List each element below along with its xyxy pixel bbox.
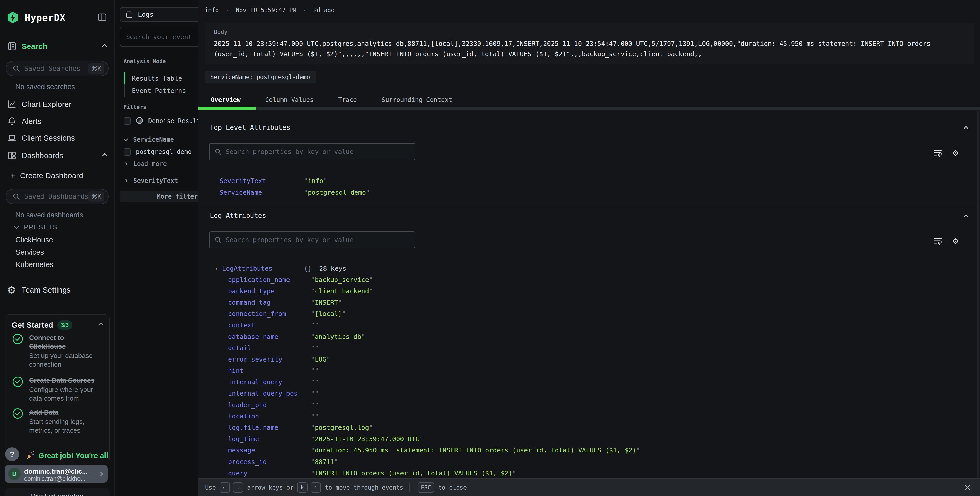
chevron-up-icon[interactable] — [102, 44, 107, 49]
attribute-row[interactable]: error_severity LOG — [199, 354, 980, 365]
attribute-key[interactable]: application_name — [228, 276, 290, 284]
sidebar-item-team-settings[interactable]: ⚙ Team Settings — [0, 284, 115, 296]
attribute-value[interactable]: 2025-11-10 23:59:47.000 UTC — [311, 435, 423, 443]
detail-tab[interactable]: Surrounding Context — [382, 96, 452, 104]
line-wrap-icon[interactable] — [933, 236, 942, 246]
denoise-checkbox[interactable] — [124, 117, 131, 124]
attribute-key[interactable]: hint — [228, 367, 243, 375]
attribute-value[interactable]: client backend — [311, 287, 373, 295]
create-dashboard-button[interactable]: + Create Dashboard — [0, 170, 115, 181]
attribute-key[interactable]: internal_query_pos — [228, 390, 298, 397]
body-log-text[interactable]: 2025-11-10 23:59:47.000 UTC,postgres,ana… — [214, 38, 966, 59]
attribute-key[interactable]: query — [228, 469, 247, 477]
attribute-row[interactable]: log.file.name postgresql.log — [199, 422, 980, 433]
attribute-value[interactable]: backup_service — [311, 276, 373, 284]
attribute-key[interactable]: context — [228, 321, 255, 329]
detail-tab[interactable]: Trace — [338, 96, 357, 104]
attribute-value[interactable] — [311, 413, 318, 420]
saved-searches-input[interactable]: Saved Searches ⌘K — [6, 61, 108, 76]
get-started-item[interactable]: Add Data Start sending logs, metrics, or… — [5, 408, 100, 435]
get-started-item[interactable]: Connect to ClickHouse Set up your databa… — [5, 333, 100, 369]
denoise-results-row[interactable]: Denoise Results — [124, 116, 204, 126]
sidebar-item-chart-explorer[interactable]: Chart Explorer — [0, 99, 115, 110]
log-attributes-root-row[interactable]: ▾ LogAttributes {} 28 keys — [199, 263, 980, 274]
sidebar-item-alerts[interactable]: Alerts — [0, 116, 115, 127]
attribute-row[interactable]: command_tag INSERT — [199, 297, 980, 308]
detail-tab[interactable]: Overview — [211, 96, 240, 104]
attribute-value[interactable]: analytics_db — [311, 333, 365, 340]
attribute-key[interactable]: internal_query — [228, 378, 282, 386]
attribute-row[interactable]: connection_from [local] — [199, 308, 980, 320]
help-button[interactable]: ? — [5, 447, 19, 461]
gear-icon[interactable]: ⚙ — [953, 235, 958, 246]
scrollbar[interactable] — [977, 111, 979, 478]
attribute-row[interactable]: internal_query_pos — [199, 388, 980, 399]
preset-dashboard-link[interactable]: Services — [16, 248, 44, 257]
analysis-mode-option[interactable]: Results Table — [124, 72, 182, 85]
preset-dashboard-link[interactable]: Kubernetes — [16, 260, 54, 269]
logo[interactable]: HyperDX — [6, 11, 65, 24]
attribute-value[interactable]: LOG — [311, 356, 330, 363]
attribute-key[interactable]: log_time — [228, 435, 259, 443]
tree-expander-icon[interactable]: ▾ — [215, 265, 218, 271]
attribute-row[interactable]: SeverityText info — [199, 175, 980, 187]
attribute-key[interactable]: ServiceName — [220, 189, 262, 196]
gear-icon[interactable]: ⚙ — [953, 147, 958, 158]
service-name-chip[interactable]: ServiceName: postgresql-demo — [205, 70, 316, 83]
attribute-key[interactable]: connection_from — [228, 310, 286, 317]
attribute-key[interactable]: leader_pid — [228, 401, 267, 409]
attribute-key[interactable]: error_severity — [228, 356, 282, 363]
attribute-value[interactable]: info — [304, 177, 327, 185]
attribute-row[interactable]: log_time 2025-11-10 23:59:47.000 UTC — [199, 434, 980, 445]
attribute-key[interactable]: LogAttributes — [222, 265, 272, 272]
attribute-key[interactable]: SeverityText — [220, 177, 266, 185]
user-account-card[interactable]: D dominic.tran@clic... dominic.tran@clic… — [5, 465, 108, 483]
attribute-value[interactable] — [311, 390, 318, 397]
collapse-section-icon[interactable] — [964, 126, 968, 131]
attribute-key[interactable]: detail — [228, 344, 251, 352]
attribute-value[interactable]: postgresql-demo — [304, 189, 370, 196]
line-wrap-icon[interactable] — [933, 148, 942, 157]
service-value-checkbox[interactable] — [124, 148, 131, 156]
attribute-row[interactable]: hint — [199, 365, 980, 376]
attribute-row[interactable]: application_name backup_service — [199, 274, 980, 285]
attribute-value[interactable]: INSERT INTO orders (user_id, total) VALU… — [311, 469, 516, 477]
sidebar-collapse-icon[interactable] — [97, 12, 107, 22]
saved-dashboards-input[interactable]: Saved Dashboards ⌘K — [6, 189, 108, 204]
attribute-row[interactable]: detail — [199, 342, 980, 354]
attribute-value[interactable]: postgresql.log — [311, 424, 373, 431]
sidebar-item-dashboards[interactable]: Dashboards — [0, 150, 115, 161]
attribute-key[interactable]: message — [228, 447, 255, 454]
attribute-row[interactable]: context — [199, 320, 980, 331]
attribute-value[interactable] — [311, 378, 318, 386]
chevron-up-icon[interactable] — [102, 153, 107, 158]
sidebar-item-client-sessions[interactable]: Client Sessions — [0, 132, 115, 144]
collapse-section-icon[interactable] — [964, 214, 968, 218]
filter-group-servicename[interactable]: ServiceName — [124, 136, 174, 143]
attribute-row[interactable]: location — [199, 410, 980, 422]
filter-value-row[interactable]: postgresql-demo — [124, 148, 192, 156]
sidebar-item-search[interactable]: Search — [0, 41, 115, 52]
attribute-key[interactable]: backend_type — [228, 287, 275, 295]
attribute-row[interactable]: backend_type client backend — [199, 285, 980, 297]
attribute-value[interactable]: duration: 45.950 ms statement: INSERT IN… — [311, 447, 640, 454]
attribute-row[interactable]: leader_pid — [199, 399, 980, 410]
attribute-value[interactable]: [local] — [311, 310, 345, 317]
log-attributes-search-input[interactable]: Search properties by key or value — [209, 231, 415, 248]
attribute-row[interactable]: internal_query — [199, 376, 980, 388]
analysis-mode-option[interactable]: Event Patterns — [124, 85, 186, 97]
attribute-value[interactable]: INSERT — [311, 299, 342, 306]
attribute-value[interactable] — [311, 401, 318, 409]
attribute-key[interactable]: location — [228, 413, 259, 420]
attribute-value[interactable] — [311, 321, 318, 329]
chevron-up-icon[interactable] — [99, 322, 103, 327]
product-updates-card[interactable]: Product updates — [5, 488, 110, 496]
get-started-item[interactable]: Create Data Sources Configure where your… — [5, 376, 100, 403]
attribute-key[interactable]: database_name — [228, 333, 278, 340]
attribute-row[interactable]: database_name analytics_db — [199, 331, 980, 342]
attribute-row[interactable]: query INSERT INTO orders (user_id, total… — [199, 467, 980, 479]
presets-toggle[interactable]: PRESETS — [15, 223, 58, 231]
attribute-row[interactable]: ServiceName postgresql-demo — [199, 187, 980, 198]
filter-group-severitytext[interactable]: SeverityText — [124, 177, 178, 184]
attribute-key[interactable]: command_tag — [228, 299, 271, 306]
